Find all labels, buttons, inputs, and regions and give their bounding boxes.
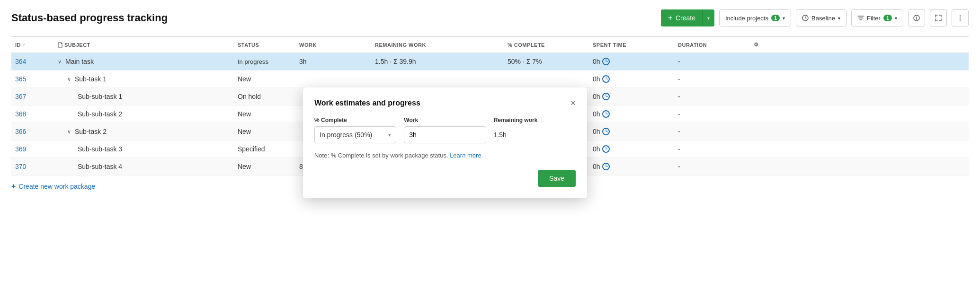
percent-complete-label: % Complete xyxy=(314,117,396,123)
modal-overlay: Work estimates and progress × % Complete… xyxy=(0,0,980,197)
work-label: Work xyxy=(404,117,486,123)
modal-close-button[interactable]: × xyxy=(570,99,576,107)
learn-more-link[interactable]: Learn more xyxy=(450,152,481,159)
remaining-work-field: Remaining work 1.5h xyxy=(494,117,576,143)
modal-header: Work estimates and progress × xyxy=(314,99,576,107)
remaining-work-value: 1.5h xyxy=(494,126,576,143)
save-button[interactable]: Save xyxy=(538,170,576,187)
percent-complete-select[interactable]: In progress (50%) ▾ xyxy=(314,126,396,143)
modal-footer: Save xyxy=(314,170,576,187)
percent-complete-field: % Complete In progress (50%) ▾ xyxy=(314,117,396,143)
modal-note: Note: % Complete is set by work package … xyxy=(314,151,576,160)
modal-title: Work estimates and progress xyxy=(314,99,420,107)
modal-fields: % Complete In progress (50%) ▾ Work Rema… xyxy=(314,117,576,143)
chevron-down-icon: ▾ xyxy=(388,132,391,138)
work-estimates-modal: Work estimates and progress × % Complete… xyxy=(303,88,587,198)
work-input[interactable] xyxy=(404,126,486,143)
percent-complete-value: In progress (50%) xyxy=(320,131,372,139)
work-field: Work xyxy=(404,117,486,143)
remaining-work-label: Remaining work xyxy=(494,117,576,123)
